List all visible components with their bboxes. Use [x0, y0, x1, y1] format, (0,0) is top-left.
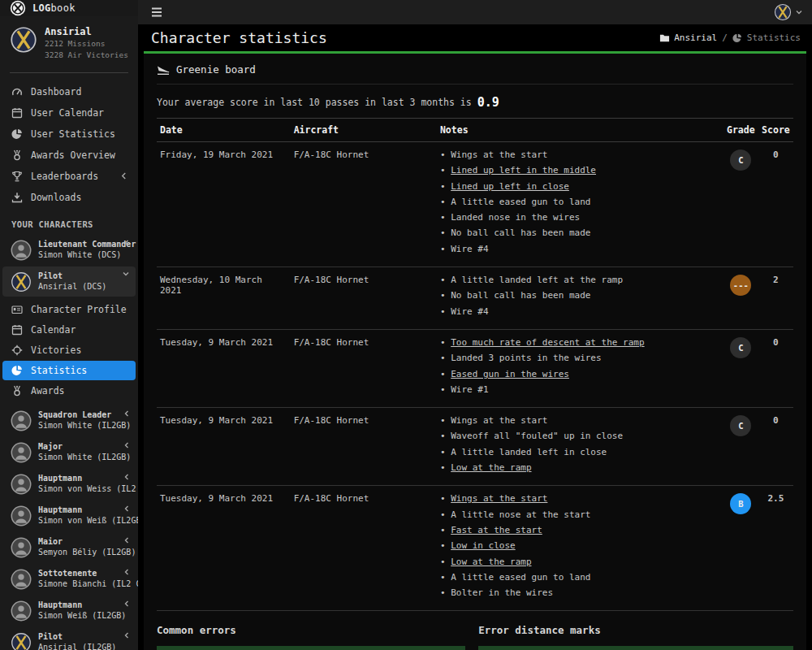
- note-item: Wings at the start: [440, 415, 720, 427]
- sidebar-item-victories[interactable]: Victories: [2, 340, 136, 360]
- sidebar-character[interactable]: Lieutenant Commander Simon White (DCS): [2, 235, 136, 265]
- pass-aircraft: F/A-18C Hornet: [291, 408, 437, 486]
- sidebar-character-active[interactable]: Pilot Ansirial (DCS): [2, 266, 136, 297]
- note-item: Wire #1: [440, 384, 720, 396]
- grade-badge: C: [730, 415, 751, 436]
- character-name: Simon White (IL2GB): [38, 452, 118, 463]
- pass-date: Tuesday, 9 March 2021: [157, 486, 291, 611]
- calendar-icon: [11, 107, 23, 119]
- breadcrumb-label: Ansirial: [674, 32, 717, 43]
- pass-aircraft: F/A-18C Hornet: [291, 142, 437, 267]
- pass-grade-cell: C: [723, 329, 758, 407]
- plane-landing-icon: [157, 64, 170, 76]
- chevron-left-icon: [124, 410, 129, 417]
- pass-score: 2: [758, 267, 793, 330]
- note-item: Wire #4: [440, 244, 720, 255]
- sidebar-character[interactable]: Maior Semyon Béliy (IL2GB): [2, 532, 136, 562]
- sidebar-item-dashboard[interactable]: Dashboard: [0, 81, 138, 102]
- sidebar-character[interactable]: Sottotenente Simone Bianchi (IL2 CG): [2, 564, 136, 594]
- character-rank: Sottotenente: [38, 568, 118, 579]
- pass-score: 0: [758, 142, 793, 267]
- menu-label: Awards: [31, 385, 65, 396]
- chart-title: Common errors: [157, 624, 465, 636]
- pass-grade-cell: C: [723, 142, 758, 267]
- sidebar-item-awards[interactable]: Awards: [2, 381, 136, 401]
- pie-chart-icon: [732, 33, 743, 43]
- character-rank: Hauptmann: [38, 505, 118, 516]
- column-header-date: Date: [157, 119, 291, 142]
- grade-badge: C: [730, 337, 751, 358]
- note-item: Wings at the start: [440, 150, 720, 161]
- menu-label: Calendar: [31, 324, 76, 336]
- pass-score: 0: [758, 408, 793, 486]
- sidebar-item-user-statistics[interactable]: User Statistics: [0, 124, 138, 145]
- table-row: Tuesday, 9 March 2021 F/A-18C Hornet Win…: [157, 486, 793, 611]
- column-header-notes: Notes: [437, 119, 723, 142]
- chevron-left-icon: [124, 474, 129, 480]
- greenie-board-title: Greenie board: [176, 63, 256, 76]
- breadcrumb-separator: /: [722, 32, 728, 43]
- app-logo[interactable]: LOGbook: [0, 0, 138, 16]
- note-item: No ball call has been made: [440, 228, 720, 239]
- common-errors-chart: Common errors Wings Eased gun Low Lined …: [157, 624, 465, 650]
- note-item: Low in close: [440, 540, 720, 552]
- sidebar-character[interactable]: Hauptmann Simon Weiß (IL2GB): [2, 596, 136, 626]
- sidebar-user-panel[interactable]: Ansirial 2212 Missions 3228 Air Victorie…: [0, 16, 138, 69]
- character-rank: Hauptmann: [38, 473, 118, 484]
- sidebar-item-awards-overview[interactable]: Awards Overview: [0, 145, 138, 166]
- sidebar-item-character-profile[interactable]: Character Profile: [2, 300, 136, 319]
- sidebar-character[interactable]: Hauptmann Simon von Weiss (IL2 CGFC): [2, 469, 136, 499]
- sidebar-item-downloads[interactable]: Downloads: [0, 187, 138, 208]
- sidebar-item-leaderboards[interactable]: Leaderboards: [0, 166, 138, 187]
- character-rank: Pilot: [38, 631, 116, 643]
- calendar-icon: [11, 324, 23, 336]
- bars-area: At the start In close In the wires: [478, 646, 793, 650]
- note-item: Low at the ramp: [440, 462, 720, 474]
- breadcrumb-statistics: Statistics: [732, 32, 801, 43]
- chevron-left-icon: [124, 569, 129, 575]
- chevron-down-icon: [796, 10, 802, 15]
- user-victories: 3228 Air Victories: [45, 50, 128, 61]
- logbook-logo-icon: [10, 0, 26, 16]
- pass-notes: Too much rate of descent at the ramp Lan…: [437, 329, 723, 407]
- crosshair-icon: [11, 344, 23, 356]
- sidebar-item-statistics[interactable]: Statistics: [2, 361, 136, 380]
- breadcrumb-ansirial[interactable]: Ansirial: [659, 32, 717, 43]
- column-header-score: Score: [758, 119, 793, 142]
- menu-label: Downloads: [31, 192, 81, 203]
- note-item: Fast at the start: [440, 525, 720, 536]
- sidebar-item-calendar[interactable]: Calendar: [2, 320, 136, 340]
- grade-badge: C: [730, 150, 751, 171]
- sidebar-character[interactable]: Hauptmann Simon von Weiß (IL2GB): [2, 500, 136, 531]
- character-name: Simon Weiß (IL2GB): [38, 610, 118, 622]
- note-item: No ball call has been made: [440, 290, 720, 301]
- sidebar-character[interactable]: Major Simon White (IL2GB): [2, 437, 136, 467]
- sidebar-character[interactable]: Squadron Leader Simon White (IL2GB): [2, 405, 136, 436]
- character-rank: Maior: [38, 536, 118, 548]
- note-item: Wings at the start: [440, 493, 720, 505]
- pass-date: Tuesday, 9 March 2021: [157, 329, 291, 407]
- character-name: Ansirial (DCS): [38, 281, 106, 292]
- note-item: Wire #4: [440, 306, 720, 318]
- menu-label: Character Profile: [31, 304, 127, 315]
- character-avatar: [11, 474, 32, 495]
- id-card-icon: [11, 304, 23, 315]
- pass-grade-cell: B: [723, 486, 758, 611]
- character-name: Simon von Weiss (IL2 CGFC): [38, 483, 118, 495]
- hamburger-menu-icon[interactable]: [151, 7, 163, 17]
- user-menu[interactable]: [774, 3, 802, 21]
- your-characters-label: YOUR CHARACTERS: [11, 219, 127, 229]
- character-rank: Pilot: [38, 271, 106, 282]
- sidebar-item-user-calendar[interactable]: User Calendar: [0, 102, 138, 124]
- sidebar: LOGbook Ansirial 2212 Missions 3228 Air …: [0, 0, 138, 650]
- average-score-text: Your average score in last 10 passes in …: [157, 97, 472, 108]
- note-item: A little eased gun to land: [440, 197, 720, 208]
- trophy-icon: [11, 171, 23, 182]
- note-item: Low at the ramp: [440, 557, 720, 568]
- page-header: Character statistics Ansirial / Statisti…: [138, 24, 812, 51]
- character-avatar: [11, 632, 32, 650]
- pass-notes: Wings at the start Waveoff all "fouled" …: [437, 408, 723, 486]
- pass-date: Friday, 19 March 2021: [157, 142, 291, 267]
- pass-date: Wednesday, 10 March 2021: [157, 267, 291, 330]
- sidebar-character[interactable]: Pilot Ansirial (IL2GB): [2, 627, 136, 650]
